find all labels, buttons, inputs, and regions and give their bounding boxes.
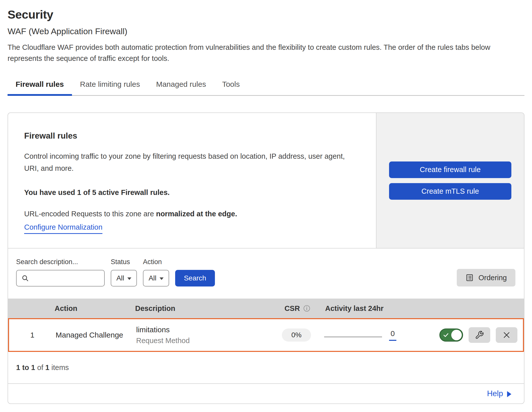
- search-button[interactable]: Search: [175, 270, 215, 286]
- pagination-of: of: [37, 363, 43, 372]
- activity-count-link[interactable]: 0: [389, 329, 396, 341]
- tab-rate-limiting-rules[interactable]: Rate limiting rules: [72, 80, 148, 95]
- ordering-button-label: Ordering: [478, 274, 507, 282]
- pagination-total: 1: [45, 363, 49, 372]
- create-mtls-rule-button[interactable]: Create mTLS rule: [389, 183, 511, 200]
- card-help-footer: Help: [8, 383, 524, 403]
- help-link[interactable]: Help: [487, 389, 511, 398]
- column-header-activity: Activity last 24hr: [325, 304, 421, 313]
- rules-tab-bar: Firewall rules Rate limiting rules Manag…: [8, 80, 524, 96]
- tab-managed-rules[interactable]: Managed rules: [148, 80, 214, 95]
- close-icon: [502, 331, 511, 339]
- rule-expression-summary: Request Method: [136, 337, 269, 345]
- search-icon: [21, 274, 29, 282]
- page-title: Security: [8, 8, 524, 21]
- status-select[interactable]: All: [111, 270, 137, 286]
- rule-priority: 1: [9, 331, 56, 339]
- search-input[interactable]: [16, 270, 105, 286]
- rules-table-header: Action Description CSR Activity last 24h…: [8, 299, 524, 318]
- firewall-rules-card: Firewall rules Control incoming traffic …: [8, 112, 524, 404]
- page-description: The Cloudflare WAF provides both automat…: [8, 42, 523, 64]
- column-header-csr: CSR: [284, 304, 300, 313]
- filter-toolbar: Search description... Status All A: [8, 248, 524, 299]
- security-waf-page: Security WAF (Web Application Firewall) …: [0, 0, 532, 404]
- firewall-rules-info-section: Firewall rules Control incoming traffic …: [8, 113, 524, 248]
- usage-summary: You have used 1 of 5 active Firewall rul…: [24, 188, 361, 197]
- rule-enabled-toggle[interactable]: [439, 328, 463, 342]
- normalization-note: URL-encoded Requests to this zone are no…: [24, 210, 361, 218]
- edit-rule-button[interactable]: [469, 327, 490, 343]
- rule-action: Managed Challenge: [56, 331, 136, 339]
- action-select[interactable]: All: [143, 270, 169, 286]
- wrench-icon: [475, 331, 484, 340]
- chevron-down-icon: [127, 277, 131, 280]
- delete-rule-button[interactable]: [496, 327, 517, 343]
- help-link-label: Help: [487, 389, 503, 398]
- pagination-items: items: [51, 363, 69, 372]
- create-rule-panel: Create firewall rule Create mTLS rule: [376, 113, 524, 248]
- chevron-down-icon: [160, 277, 164, 280]
- search-description-label: Search description...: [16, 258, 105, 266]
- create-firewall-rule-button[interactable]: Create firewall rule: [389, 161, 511, 178]
- normalization-text: URL-encoded Requests to this zone are: [24, 210, 154, 218]
- activity-sparkline: [324, 337, 382, 337]
- status-label: Status: [111, 258, 137, 266]
- pagination-summary: 1 to 1 of 1 items: [8, 352, 524, 383]
- tab-tools[interactable]: Tools: [214, 80, 248, 95]
- configure-normalization-link[interactable]: Configure Normalization: [24, 223, 102, 234]
- ordering-button[interactable]: Ordering: [457, 269, 515, 286]
- normalization-bold-text: normalized at the edge.: [156, 210, 237, 218]
- check-icon: [443, 332, 449, 338]
- panel-description: Control incoming traffic to your zone by…: [24, 150, 349, 174]
- csr-badge: 0%: [282, 328, 311, 342]
- tab-firewall-rules[interactable]: Firewall rules: [8, 80, 72, 95]
- column-header-action: Action: [55, 304, 135, 313]
- info-icon[interactable]: [303, 305, 311, 312]
- rule-description: limitations: [136, 325, 269, 334]
- table-row-rule-1: 1 Managed Challenge limitations Request …: [8, 318, 524, 352]
- arrow-right-icon: [507, 391, 511, 397]
- pagination-range: 1 to 1: [16, 363, 35, 372]
- page-subtitle: WAF (Web Application Firewall): [8, 26, 524, 36]
- action-select-value: All: [148, 274, 156, 282]
- column-header-description: Description: [135, 304, 270, 313]
- panel-heading: Firewall rules: [24, 131, 361, 141]
- list-order-icon: [465, 273, 474, 282]
- status-select-value: All: [116, 274, 124, 282]
- toggle-knob: [451, 330, 462, 340]
- action-label: Action: [143, 258, 169, 266]
